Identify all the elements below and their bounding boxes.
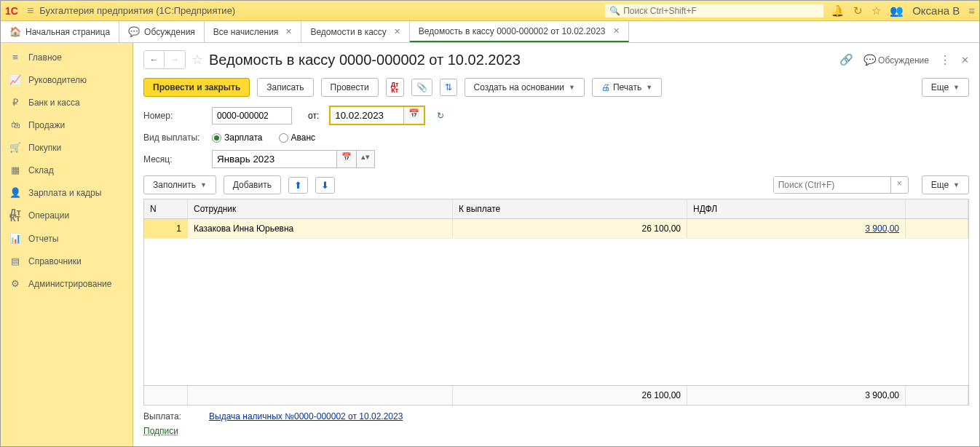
post-close-button[interactable]: Провести и закрыть	[143, 78, 250, 97]
cell-pay: 26 100,00	[453, 219, 687, 238]
month-input[interactable]	[213, 151, 336, 167]
favorite-icon[interactable]: ☆	[191, 52, 203, 68]
number-input[interactable]	[212, 107, 292, 124]
payment-link[interactable]: Выдача наличных №0000-000002 от 10.02.20…	[209, 411, 403, 422]
dtkt-icon: ДтКт	[9, 210, 21, 221]
calendar-icon[interactable]: 📅	[336, 151, 356, 167]
col-pay[interactable]: К выплате	[453, 199, 687, 218]
add-button[interactable]: Добавить	[224, 175, 281, 194]
boxes-icon: ▦	[9, 165, 21, 175]
star-icon[interactable]: ☆	[872, 4, 881, 17]
sidebar-item-operations[interactable]: ДтКтОперации	[1, 204, 133, 227]
caret-down-icon: ▼	[646, 84, 652, 91]
dtkt-icon: ДтКт	[391, 82, 399, 93]
nav-forward-button[interactable]: →	[165, 51, 185, 68]
caret-down-icon: ▼	[953, 84, 960, 91]
payment-label: Выплата:	[143, 411, 194, 422]
discussion-icon[interactable]: 💬	[864, 54, 876, 66]
close-panel-icon[interactable]: ✕	[961, 55, 969, 66]
clear-search-icon[interactable]: ×	[890, 177, 908, 193]
refresh-icon[interactable]: ↻	[437, 111, 444, 121]
user-name[interactable]: Оксана В	[912, 4, 960, 17]
stepper-icon[interactable]: ▴▾	[356, 151, 374, 167]
kebab-icon[interactable]: ⋮	[939, 53, 951, 67]
save-button[interactable]: Записать	[257, 78, 313, 97]
caret-down-icon: ▼	[953, 181, 960, 189]
book-icon: ▤	[9, 256, 21, 266]
sidebar-item-admin[interactable]: ⚙Администрирование	[1, 272, 133, 295]
ndfl-link[interactable]: 3 900,00	[865, 224, 899, 234]
cart-icon: 🛒	[9, 142, 21, 153]
total-ndfl: 3 900,00	[687, 386, 906, 405]
toolbar: Провести и закрыть Записать Провести ДтК…	[143, 78, 969, 97]
sidebar-item-main[interactable]: ≡Главное	[1, 46, 133, 68]
date-input-wrap: 📅	[329, 106, 425, 125]
tab-home[interactable]: 🏠Начальная страница	[1, 21, 119, 42]
sidebar-item-sales[interactable]: 🛍Продажи	[1, 114, 133, 136]
sidebar-item-manager[interactable]: 📈Руководителю	[1, 68, 133, 91]
number-label: Номер:	[143, 111, 206, 121]
sidebar-item-purchases[interactable]: 🛒Покупки	[1, 136, 133, 159]
grid-more-button[interactable]: Еще▼	[922, 175, 969, 194]
bell-icon[interactable]: 🔔	[831, 4, 845, 17]
sidebar-item-bank[interactable]: ₽Банк и касса	[1, 91, 133, 114]
sidebar-item-catalogs[interactable]: ▤Справочники	[1, 250, 133, 272]
nav-back-button[interactable]: ←	[144, 51, 165, 68]
page-title: Ведомость в кассу 0000-000002 от 10.02.2…	[209, 52, 521, 68]
move-up-button[interactable]: ⬆	[288, 177, 308, 194]
bars-icon: 📊	[9, 233, 21, 244]
col-employee[interactable]: Сотрудник	[188, 199, 453, 218]
menu-right-icon[interactable]: ≡	[968, 4, 975, 17]
main-content: ← → ☆ Ведомость в кассу 0000-000002 от 1…	[133, 43, 979, 446]
more-button[interactable]: Еще▼	[922, 78, 969, 97]
grid-search: ×	[773, 176, 909, 194]
chart-icon: 📈	[9, 74, 21, 85]
history-icon[interactable]: ↻	[853, 4, 863, 17]
search-icon: 🔍	[609, 6, 620, 16]
menu-icon[interactable]: ≡	[27, 4, 33, 17]
structure-button[interactable]: ⇅	[440, 79, 457, 96]
move-down-button[interactable]: ⬇	[315, 177, 335, 194]
sidebar-item-stock[interactable]: ▦Склад	[1, 159, 133, 181]
caret-down-icon: ▼	[200, 181, 207, 189]
cell-n: 1	[144, 219, 188, 238]
print-button[interactable]: 🖨 Печать▼	[592, 78, 662, 97]
post-button[interactable]: Провести	[321, 78, 379, 97]
sidebar-item-hr[interactable]: 👤Зарплата и кадры	[1, 181, 133, 204]
grid-toolbar: Заполнить▼ Добавить ⬆ ⬇ × Еще▼	[143, 175, 969, 194]
close-icon[interactable]: ✕	[394, 27, 400, 36]
user-icon[interactable]: 👥	[890, 4, 904, 17]
close-icon[interactable]: ✕	[285, 27, 292, 36]
col-n[interactable]: N	[144, 199, 188, 218]
tabbar: 🏠Начальная страница 💬Обсуждения Все начи…	[1, 21, 979, 43]
titlebar: 1C ≡ Бухгалтерия предприятия (1С:Предпри…	[1, 1, 979, 21]
dtkt-button[interactable]: ДтКт	[386, 78, 404, 97]
attach-button[interactable]: 📎	[411, 79, 432, 96]
month-label: Месяц:	[143, 154, 206, 165]
signatures-link[interactable]: Подписи	[143, 426, 178, 436]
radio-salary[interactable]: Зарплата	[212, 132, 263, 143]
tab-discussions[interactable]: 💬Обсуждения	[119, 21, 205, 42]
link-icon[interactable]: 🔗	[839, 53, 853, 66]
grid-search-input[interactable]	[774, 177, 890, 193]
close-icon[interactable]: ✕	[613, 26, 620, 36]
fill-button[interactable]: Заполнить▼	[143, 175, 216, 194]
global-search-input[interactable]	[623, 6, 819, 16]
grid-body: 1 Казакова Инна Юрьевна 26 100,00 3 900,…	[144, 219, 968, 385]
gear-icon: ⚙	[9, 278, 21, 289]
table-row[interactable]: 1 Казакова Инна Юрьевна 26 100,00 3 900,…	[144, 219, 968, 239]
calendar-icon[interactable]: 📅	[403, 107, 424, 124]
paperclip-icon: 📎	[416, 82, 427, 92]
tab-accruals[interactable]: Все начисления✕	[205, 21, 302, 42]
create-based-button[interactable]: Создать на основании▼	[465, 78, 585, 97]
radio-advance[interactable]: Аванс	[279, 132, 316, 143]
title-actions: 🔔 ↻ ☆ 👥 Оксана В ≡	[831, 4, 975, 17]
from-label: от:	[308, 111, 319, 121]
printer-icon: 🖨	[601, 82, 610, 92]
sidebar-item-reports[interactable]: 📊Отчеты	[1, 227, 133, 250]
tab-payrolls[interactable]: Ведомости в кассу✕	[301, 21, 409, 42]
date-input[interactable]	[331, 107, 403, 124]
tab-payroll-doc[interactable]: Ведомость в кассу 0000-000002 от 10.02.2…	[410, 21, 629, 42]
col-ndfl[interactable]: НДФЛ	[687, 199, 906, 218]
global-search[interactable]: 🔍	[605, 4, 823, 17]
